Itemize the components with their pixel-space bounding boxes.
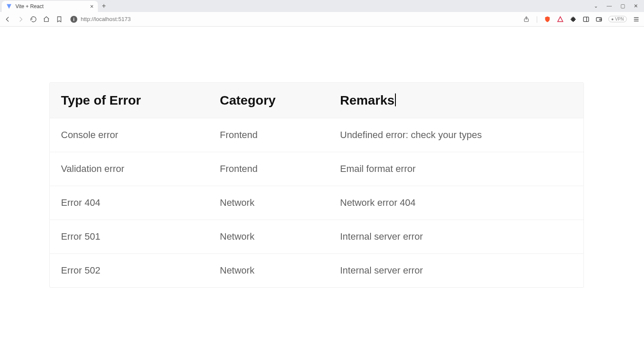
share-icon[interactable] — [523, 16, 530, 23]
table-row: Error 502 Network Internal server error — [50, 253, 583, 287]
reload-icon[interactable] — [30, 16, 37, 23]
browser-toolbar: i http://localhost:5173 | ● VPN — [0, 12, 644, 27]
bookmark-icon[interactable] — [56, 16, 63, 23]
browser-titlebar: Vite + React × + ⌄ — ▢ ✕ — [0, 0, 644, 12]
maximize-icon[interactable]: ▢ — [620, 3, 625, 9]
svg-rect-4 — [583, 17, 589, 21]
cell-category: Frontend — [220, 129, 340, 141]
close-tab-icon[interactable]: × — [90, 3, 94, 9]
browser-tab[interactable]: Vite + React × — [2, 1, 98, 12]
cell-type: Error 404 — [61, 197, 220, 208]
table-row: Validation error Frontend Email format e… — [50, 152, 583, 186]
nav-buttons — [4, 16, 63, 23]
vite-favicon-icon — [6, 3, 12, 9]
minimize-icon[interactable]: — — [607, 3, 612, 9]
cell-category: Network — [220, 265, 340, 276]
cell-remarks: Internal server error — [340, 265, 572, 276]
cell-category: Network — [220, 231, 340, 242]
svg-marker-3 — [558, 17, 563, 21]
page-content: Type of Error Category Remarks Console e… — [0, 27, 644, 305]
cell-category: Frontend — [220, 163, 340, 175]
cell-remarks: Network error 404 — [340, 197, 572, 208]
extensions-icon[interactable] — [570, 16, 577, 23]
table-row: Error 404 Network Network error 404 — [50, 186, 583, 220]
vpn-badge[interactable]: ● VPN — [608, 16, 627, 22]
cell-type: Error 501 — [61, 231, 220, 242]
wallet-icon[interactable] — [595, 16, 602, 23]
cell-remarks: Undefined error: check your types — [340, 129, 572, 141]
svg-rect-6 — [596, 18, 601, 21]
menu-icon[interactable] — [633, 16, 640, 23]
site-info-icon[interactable]: i — [70, 16, 77, 23]
cell-type: Validation error — [61, 163, 220, 175]
home-icon[interactable] — [43, 16, 50, 23]
address-bar[interactable]: i http://localhost:5173 — [68, 16, 518, 23]
header-category: Category — [220, 93, 340, 108]
header-remarks: Remarks — [340, 93, 572, 108]
toolbar-right: | ● VPN — [523, 15, 640, 23]
url-text: http://localhost:5173 — [81, 16, 131, 22]
sidepanel-icon[interactable] — [583, 16, 589, 23]
back-icon[interactable] — [4, 16, 11, 23]
svg-rect-7 — [600, 19, 601, 20]
tabs-dropdown-icon[interactable]: ⌄ — [594, 3, 598, 9]
window-controls: ⌄ — ▢ ✕ — [594, 0, 644, 12]
cell-remarks: Email format error — [340, 163, 572, 175]
cell-type: Error 502 — [61, 265, 220, 276]
header-type: Type of Error — [61, 93, 220, 108]
error-table: Type of Error Category Remarks Console e… — [49, 82, 584, 288]
cell-type: Console error — [61, 129, 220, 141]
table-row: Error 501 Network Internal server error — [50, 220, 583, 253]
svg-marker-1 — [7, 4, 12, 9]
cell-category: Network — [220, 197, 340, 208]
separator: | — [536, 15, 538, 23]
cell-remarks: Internal server error — [340, 231, 572, 242]
close-window-icon[interactable]: ✕ — [634, 3, 638, 9]
brave-shield-icon[interactable] — [544, 16, 551, 23]
table-header-row: Type of Error Category Remarks — [50, 83, 583, 118]
new-tab-button[interactable]: + — [98, 0, 110, 12]
forward-icon[interactable] — [17, 16, 24, 23]
table-row: Console error Frontend Undefined error: … — [50, 118, 583, 152]
brave-rewards-icon[interactable] — [557, 16, 564, 23]
tab-title: Vite + React — [15, 3, 87, 9]
